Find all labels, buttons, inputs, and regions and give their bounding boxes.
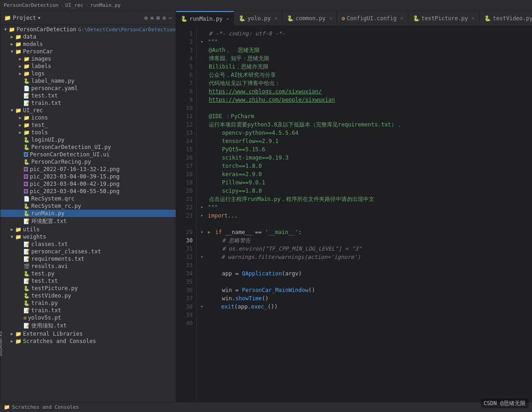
arrow-icon — [17, 137, 23, 142]
list-item[interactable]: ▶ 📁 models — [0, 40, 176, 48]
list-item[interactable]: ▶ 📁 tools — [0, 129, 176, 136]
chevron-down-icon[interactable]: ▼ — [38, 16, 40, 20]
list-item[interactable]: 🐍 testVideo.py — [0, 292, 176, 299]
code-line — [197, 311, 532, 319]
project-title[interactable]: 📁 Project ▼ — [4, 15, 40, 21]
list-item[interactable]: 🐍 runMain.py — [0, 210, 176, 217]
list-item[interactable]: 📝 train.txt — [0, 307, 176, 314]
editor-area: 🐍 runMain.py ✕ 🐍 yolo.py ✕ 🐍 common.py ✕… — [176, 11, 532, 402]
py-icon: 🐍 — [23, 137, 30, 143]
tab-close-button[interactable]: ✕ — [275, 16, 277, 21]
list-item[interactable]: 🐍 test.py — [0, 270, 176, 277]
gear-icon[interactable]: ⚙ — [163, 15, 166, 21]
list-item[interactable]: 📝 requirements.txt — [0, 255, 176, 263]
list-item[interactable]: ▶ 📁 data — [0, 33, 176, 40]
list-item[interactable]: ⚙ yolov5s.pt — [0, 314, 176, 321]
scratches-consoles[interactable]: 📁 Scratches and Consoles — [4, 404, 79, 410]
list-item[interactable]: 🖼 pic_2023-03-04-00-39-15.png — [0, 173, 176, 180]
tab-testpicture[interactable]: 🐍 testPicture.py ✕ — [408, 11, 480, 25]
list-item[interactable]: 🖼 pic_2023-03-04-00-55-50.png — [0, 188, 176, 195]
tab-close-button[interactable]: ✕ — [329, 16, 332, 21]
list-item[interactable]: 🐍 testPicture.py — [0, 285, 176, 292]
tab-close-button[interactable]: ✕ — [226, 16, 229, 21]
list-item[interactable]: 🖼 PersonCarDetection_UI.ui — [0, 151, 176, 158]
py-icon: 🐍 — [23, 271, 30, 277]
tab-label: yolo.py — [247, 15, 271, 22]
line-num: 20 — [176, 187, 196, 195]
line-num: 8 — [176, 87, 196, 96]
tab-bar: 🐍 runMain.py ✕ 🐍 yolo.py ✕ 🐍 common.py ✕… — [176, 11, 532, 26]
list-item[interactable]: ▶ 📁 test_ — [0, 121, 176, 129]
arrow-icon: ▶ — [9, 42, 15, 46]
arrow-icon — [17, 257, 23, 261]
list-item[interactable]: ▶ 📁 Scratches and Consoles — [0, 338, 176, 345]
breadcrumb-item[interactable]: PersonCarDetection — [4, 2, 58, 8]
tree-item-label: PersonCarDetection_UI.ui — [30, 151, 109, 158]
expand-icon[interactable]: ⊞ — [156, 15, 160, 21]
list-item[interactable]: ▶ 📁 labels — [0, 63, 176, 70]
tab-common[interactable]: 🐍 common.py ✕ — [282, 11, 337, 25]
list-item[interactable]: ▶ 📁 images — [0, 55, 176, 63]
arrow-icon: ▶ — [17, 115, 23, 120]
folder-icon: 📁 — [15, 34, 22, 40]
list-item[interactable]: ▼ 📁 weights — [0, 233, 176, 240]
list-item[interactable]: 🎬 results.avi — [0, 263, 176, 270]
list-item[interactable]: 🐍 loginUI.py — [0, 136, 176, 143]
list-item[interactable]: ▼ 📁 PersonCar — [0, 48, 176, 55]
list-item[interactable]: ▶ 📁 icons — [0, 114, 176, 121]
line-num: 23 — [176, 212, 196, 220]
list-item[interactable]: 📝 test.txt — [0, 92, 176, 99]
arrow-icon: ▶ — [17, 123, 23, 127]
tab-close-button[interactable]: ✕ — [472, 16, 475, 21]
breadcrumb-item[interactable]: runMain.py — [90, 2, 120, 8]
tree-root[interactable]: ▼ 📁 PersonCarDetection G:\DetectCode\Per… — [0, 26, 176, 33]
minimize-icon[interactable]: — — [169, 15, 172, 21]
list-item[interactable]: ▶ 📁 utils — [0, 226, 176, 233]
layout-icon[interactable]: ≡ — [150, 15, 154, 21]
breadcrumb-item[interactable]: UI_rec — [65, 2, 84, 8]
arrow-icon — [17, 204, 23, 208]
list-item[interactable]: ▼ 📁 UI_rec — [0, 107, 176, 114]
list-item[interactable]: 🐍 PersonCarDetection_UI.py — [0, 143, 176, 151]
code-line: win.showTime() — [197, 294, 532, 303]
folder-icon: 📁 — [23, 56, 30, 62]
tab-close-button[interactable]: ✕ — [400, 16, 403, 21]
tab-yolo[interactable]: 🐍 yolo.py ✕ — [234, 11, 282, 25]
list-item[interactable]: 📝 train.txt — [0, 99, 176, 107]
list-item[interactable]: 🐍 train.py — [0, 299, 176, 307]
arrow-icon: ▶ — [17, 71, 23, 76]
arrow-icon — [17, 242, 23, 246]
bottom-bar: 📁 Scratches and Consoles — [0, 402, 532, 412]
list-item[interactable]: 🐍 label_name.py — [0, 77, 176, 85]
tab-runmain[interactable]: 🐍 runMain.py ✕ — [176, 11, 234, 25]
txt-icon: 📝 — [23, 249, 30, 255]
arrow-icon: ▶ — [17, 130, 23, 135]
code-line: 运行本项目需要python3.8及以下低版本（完整库见requirements.… — [197, 120, 532, 129]
list-item[interactable]: 📝 classes.txt — [0, 240, 176, 248]
line-num: 13 — [176, 129, 196, 137]
tree-item-label: icons — [31, 114, 48, 121]
list-item[interactable]: 🐍 PersonCarRecing.py — [0, 158, 176, 166]
list-item[interactable]: 📄 personcar.yaml — [0, 85, 176, 92]
list-item[interactable]: 🐍 RecSystem_rc.py — [0, 202, 176, 210]
list-item[interactable]: 📝 环境配置.txt — [0, 217, 176, 226]
code-line: PyQt5==5.15.6 — [197, 145, 532, 154]
list-item[interactable]: ▶ 📁 logs — [0, 70, 176, 77]
list-item[interactable]: 🖼 pic_2022-07-16-13-32-12.png — [0, 166, 176, 173]
arrow-icon — [17, 211, 23, 216]
list-item[interactable]: ▶ 📁 External Libraries — [0, 330, 176, 338]
list-item[interactable]: 📝 personcar_classes.txt — [0, 248, 176, 255]
list-item[interactable]: 🖼 pic_2023-03-04-00-42-19.png — [0, 180, 176, 188]
py-tab-icon: 🐍 — [287, 15, 294, 22]
code-line: tensorflow==2.9.1 — [197, 137, 532, 145]
tab-configui[interactable]: ⚙ ConfigUI.config ✕ — [337, 11, 408, 25]
code-line: # -*- coding: utf-8 -*- — [197, 29, 532, 38]
project-panel-header: 📁 Project ▼ ⚙ ≡ ⊞ ⚙ — — [0, 11, 176, 25]
settings-icon[interactable]: ⚙ — [144, 15, 148, 21]
code-content[interactable]: # -*- coding: utf-8 -*- ▾""" @Auth， 思绪无限… — [197, 26, 532, 402]
tab-testvideo[interactable]: 🐍 testVideo.py ✕ — [480, 11, 532, 25]
bookmarks-tab[interactable]: Bookmarks — [0, 11, 0, 402]
list-item[interactable]: 📄 RecSystem.qrc — [0, 195, 176, 202]
list-item[interactable]: 📝 使用须知.txt — [0, 321, 176, 330]
list-item[interactable]: 📝 test.txt — [0, 277, 176, 285]
